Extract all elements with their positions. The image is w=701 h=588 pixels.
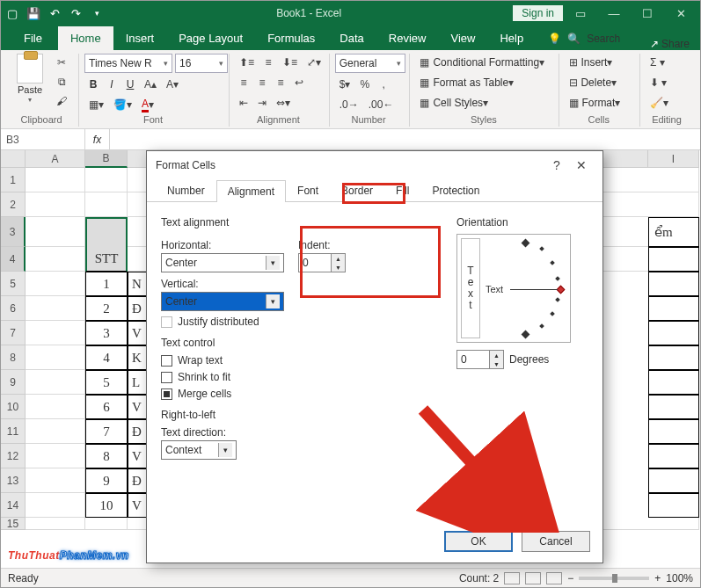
row-header[interactable]: 2 <box>1 192 26 217</box>
col-header-b[interactable]: B <box>85 150 128 168</box>
col-header-i[interactable]: I <box>648 150 699 168</box>
cell[interactable] <box>26 247 85 272</box>
dlg-tab-alignment[interactable]: Alignment <box>216 180 286 202</box>
row-header[interactable]: 5 <box>1 272 26 296</box>
orientation-control[interactable]: Text Text <box>456 234 571 343</box>
cell[interactable] <box>26 192 85 217</box>
cell[interactable] <box>26 493 85 518</box>
row-header[interactable]: 3 <box>1 217 26 247</box>
decrease-decimal-button[interactable]: .00← <box>364 96 398 113</box>
cell-header-stt[interactable]: STT <box>85 247 128 272</box>
close-icon[interactable]: ✕ <box>665 3 697 24</box>
borders-button[interactable]: ▦▾ <box>84 96 108 113</box>
row-header[interactable]: 1 <box>1 168 26 192</box>
align-middle-button[interactable]: ≡ <box>259 54 277 71</box>
cell-name-fragment[interactable]: V <box>128 493 147 518</box>
cell-stt[interactable]: 7 <box>85 419 128 444</box>
format-as-table-button[interactable]: ▦ Format as Table ▾ <box>415 74 556 91</box>
font-size-combo[interactable]: 16▾ <box>175 54 228 73</box>
delete-cells-button[interactable]: ⊟ Delete ▾ <box>565 74 635 91</box>
align-left-button[interactable]: ≡ <box>235 74 252 91</box>
row-header[interactable]: 10 <box>1 395 26 419</box>
row-header[interactable]: 9 <box>1 370 26 395</box>
row-header[interactable]: 13 <box>1 468 26 493</box>
percent-button[interactable]: % <box>355 76 374 93</box>
row-header[interactable]: 7 <box>1 321 26 345</box>
number-format-combo[interactable]: General▾ <box>335 54 405 73</box>
cell-name-fragment[interactable]: V <box>128 321 147 345</box>
fill-color-button[interactable]: 🪣▾ <box>109 96 136 113</box>
tab-home[interactable]: Home <box>58 26 113 50</box>
format-cells-button[interactable]: ▦ Format ▾ <box>565 94 635 112</box>
cell[interactable] <box>648 296 699 321</box>
increase-decimal-button[interactable]: .0→ <box>335 96 363 113</box>
dlg-tab-border[interactable]: Border <box>330 179 384 201</box>
clear-button[interactable]: 🧹▾ <box>646 94 673 112</box>
merge-center-button[interactable]: ⇔▾ <box>272 94 295 112</box>
cancel-button[interactable]: Cancel <box>522 531 590 552</box>
undo-icon[interactable]: ↶ <box>47 5 62 21</box>
fill-button[interactable]: ⬇ ▾ <box>646 74 671 91</box>
select-all-corner[interactable] <box>1 150 26 168</box>
vertical-dropdown[interactable]: Center▾ <box>161 292 284 311</box>
dialog-close-icon[interactable]: ✕ <box>569 158 594 172</box>
merge-cells-checkbox[interactable]: Merge cells <box>161 388 435 400</box>
formula-input[interactable] <box>110 129 700 149</box>
format-painter-button[interactable]: 🖌 <box>52 92 71 110</box>
ok-button[interactable]: OK <box>444 531 513 552</box>
tab-page-layout[interactable]: Page Layout <box>166 26 255 50</box>
degrees-spinner[interactable]: ▲▼ <box>456 350 504 369</box>
align-top-button[interactable]: ⬆≡ <box>235 54 259 71</box>
dlg-tab-protection[interactable]: Protection <box>420 179 491 201</box>
row-header[interactable]: 6 <box>1 296 26 321</box>
bold-button[interactable]: B <box>84 76 102 93</box>
autosave-icon[interactable]: ▢ <box>4 5 20 21</box>
cell[interactable] <box>648 168 699 192</box>
orientation-button[interactable]: ⤢▾ <box>303 54 325 71</box>
tab-formulas[interactable]: Formulas <box>255 26 327 50</box>
align-bottom-button[interactable]: ⬇≡ <box>278 54 302 71</box>
row-header[interactable]: 12 <box>1 444 26 468</box>
cut-button[interactable]: ✂ <box>52 54 71 71</box>
cell[interactable] <box>26 217 85 247</box>
cell-name-fragment[interactable]: Đ <box>128 468 147 493</box>
minimize-icon[interactable]: — <box>598 3 630 24</box>
tell-me[interactable]: 💡🔍Search <box>536 27 632 50</box>
cell[interactable] <box>648 192 699 217</box>
cell[interactable] <box>648 518 699 530</box>
wrap-text-button[interactable]: ↩ <box>290 74 308 91</box>
dialog-titlebar[interactable]: Format Cells ? ✕ <box>147 151 602 179</box>
page-layout-view-icon[interactable] <box>525 572 541 584</box>
cell-stt[interactable]: 9 <box>85 468 128 493</box>
orientation-vertical-text[interactable]: Text <box>461 238 480 338</box>
indent-spinner[interactable]: ▲▼ <box>298 253 346 272</box>
cell-name-fragment[interactable]: V <box>128 444 147 468</box>
cell[interactable] <box>26 518 85 530</box>
cell[interactable] <box>26 395 85 419</box>
cell[interactable] <box>648 419 699 444</box>
cell-name-fragment[interactable]: K <box>128 345 147 370</box>
signin-button[interactable]: Sign in <box>513 5 563 21</box>
cell-stt[interactable]: 8 <box>85 444 128 468</box>
cell-name-fragment[interactable]: Đ <box>128 419 147 444</box>
dlg-tab-fill[interactable]: Fill <box>384 179 420 201</box>
spinner-down-icon[interactable]: ▼ <box>331 263 345 272</box>
cell[interactable] <box>26 468 85 493</box>
cell-stt[interactable]: 6 <box>85 395 128 419</box>
cell[interactable] <box>26 272 85 296</box>
comma-button[interactable]: , <box>375 76 392 93</box>
cell[interactable] <box>85 192 128 217</box>
cell[interactable] <box>85 518 128 530</box>
spinner-up-icon[interactable]: ▲ <box>489 351 503 359</box>
zoom-in-button[interactable]: + <box>654 572 661 584</box>
fx-button[interactable]: fx <box>85 129 110 149</box>
cell[interactable] <box>85 168 128 192</box>
cell-stt[interactable]: 2 <box>85 296 128 321</box>
row-header[interactable]: 11 <box>1 419 26 444</box>
cell-name-fragment[interactable]: V <box>128 395 147 419</box>
insert-cells-button[interactable]: ⊞ Insert ▾ <box>565 54 635 71</box>
zoom-out-button[interactable]: − <box>567 572 573 584</box>
cell[interactable] <box>26 168 85 192</box>
spinner-down-icon[interactable]: ▼ <box>489 359 503 368</box>
cell[interactable] <box>648 468 699 493</box>
